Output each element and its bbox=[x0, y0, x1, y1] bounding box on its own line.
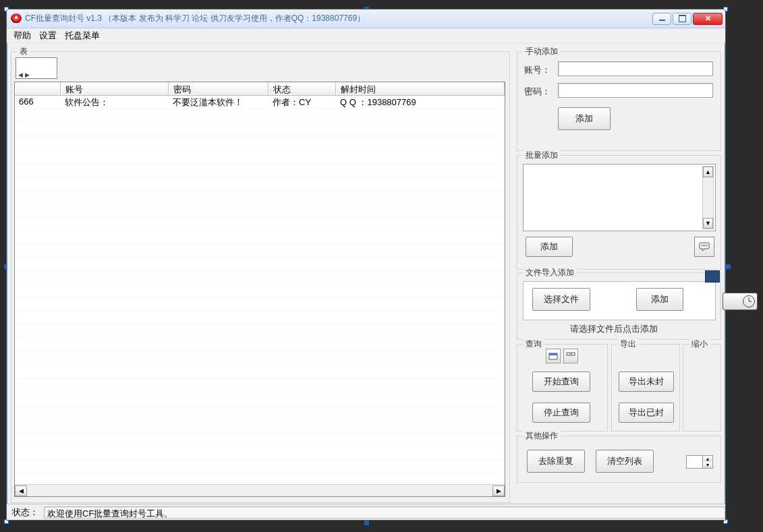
col-unban[interactable]: 解封时间 bbox=[336, 82, 505, 95]
svg-rect-4 bbox=[549, 353, 557, 355]
status-label: 状态： bbox=[7, 506, 44, 519]
clear-list-button[interactable]: 清空列表 bbox=[596, 450, 654, 473]
status-text: 欢迎使用CF批量查询封号工具。 bbox=[44, 506, 725, 519]
stop-query-button[interactable]: 停止查询 bbox=[532, 403, 590, 423]
query-group: 查询 开始查询 停止查询 bbox=[517, 344, 608, 432]
batch-add-group: 批量添加 ▲ ▼ 添加 bbox=[517, 155, 721, 270]
choose-file-button[interactable]: 选择文件 bbox=[532, 288, 590, 311]
manual-add-group: 手动添加 账号： 密码： 添加 bbox=[517, 51, 721, 151]
floating-clock-widget[interactable] bbox=[723, 293, 758, 310]
statusbar: 状态： 欢迎使用CF批量查询封号工具。 bbox=[7, 504, 725, 520]
col-password[interactable]: 密码 bbox=[169, 82, 269, 95]
table-row[interactable]: 666 软件公告： 不要泛滥本软件！ 作者：CY Q Q ：1938807769 bbox=[15, 96, 505, 109]
file-hint: 请选择文件后点击添加 bbox=[570, 323, 658, 335]
scroll-down-icon[interactable]: ▼ bbox=[703, 218, 713, 229]
listview-body[interactable]: 666 软件公告： 不要泛滥本软件！ 作者：CY Q Q ：1938807769 bbox=[15, 96, 505, 484]
window-title: CF批量查询封号 v1.3 （本版本 发布为 科学刀 论坛 供刀友学习使用，作者… bbox=[25, 13, 365, 24]
menubar: 帮助 设置 托盘菜单 bbox=[7, 28, 725, 43]
file-import-title: 文件导入添加 bbox=[523, 267, 577, 278]
shrink-group: 缩小 bbox=[683, 344, 721, 432]
scroll-right-icon[interactable]: ▶ bbox=[492, 485, 505, 496]
col-index[interactable] bbox=[15, 82, 61, 95]
clock-icon bbox=[743, 295, 755, 307]
list-group-title: 表 bbox=[17, 46, 30, 57]
menu-tray[interactable]: 托盘菜单 bbox=[61, 28, 104, 43]
batch-add-title: 批量添加 bbox=[523, 150, 561, 161]
account-label: 账号： bbox=[524, 64, 550, 76]
file-collapse-icon[interactable] bbox=[705, 270, 720, 283]
app-window: CF批量查询封号 v1.3 （本版本 发布为 科学刀 论坛 供刀友学习使用，作者… bbox=[6, 9, 726, 521]
file-import-group: 文件导入添加 选择文件 添加 请选择文件后点击添加 bbox=[517, 272, 721, 340]
svg-rect-5 bbox=[567, 353, 570, 355]
account-listview[interactable]: 账号 密码 状态 解封时间 666 软件公告： 不要泛滥本软件！ 作者：CY Q… bbox=[14, 82, 505, 497]
batch-vscroll[interactable]: ▲ ▼ bbox=[702, 166, 714, 229]
export-title: 导出 bbox=[617, 338, 639, 350]
grid-icon[interactable] bbox=[563, 349, 578, 363]
menu-help[interactable]: 帮助 bbox=[9, 28, 35, 43]
batch-textarea[interactable]: ▲ ▼ bbox=[523, 164, 716, 231]
listview-hscroll[interactable]: ◀ ▶ bbox=[15, 484, 505, 496]
password-label: 密码： bbox=[524, 86, 550, 98]
menu-settings[interactable]: 设置 bbox=[35, 28, 61, 43]
manual-add-title: 手动添加 bbox=[523, 46, 561, 57]
app-icon bbox=[11, 13, 22, 24]
listview-header[interactable]: 账号 密码 状态 解封时间 bbox=[15, 82, 505, 96]
spin-up-icon[interactable]: ▲ bbox=[702, 456, 712, 462]
manual-add-button[interactable]: 添加 bbox=[558, 107, 611, 130]
batch-chat-icon[interactable] bbox=[694, 237, 714, 257]
export-group: 导出 导出未封 导出已封 bbox=[611, 344, 680, 432]
calendar-icon[interactable] bbox=[546, 349, 561, 363]
dedup-button[interactable]: 去除重复 bbox=[527, 450, 585, 473]
account-input[interactable] bbox=[558, 61, 713, 76]
export-banned-button[interactable]: 导出已封 bbox=[619, 403, 674, 423]
numeric-spinner[interactable]: ▲▼ bbox=[686, 455, 713, 469]
export-unbanned-button[interactable]: 导出未封 bbox=[619, 372, 674, 392]
mini-preview[interactable]: ◀▶ bbox=[16, 57, 57, 79]
password-input[interactable] bbox=[558, 83, 713, 98]
titlebar[interactable]: CF批量查询封号 v1.3 （本版本 发布为 科学刀 论坛 供刀友学习使用，作者… bbox=[7, 9, 725, 28]
scroll-left-icon[interactable]: ◀ bbox=[15, 485, 27, 496]
spin-down-icon[interactable]: ▼ bbox=[702, 462, 712, 468]
close-button[interactable] bbox=[693, 13, 723, 25]
col-account[interactable]: 账号 bbox=[61, 82, 169, 95]
other-ops-group: 其他操作 去除重复 清空列表 ▲▼ bbox=[517, 436, 721, 483]
file-add-button[interactable]: 添加 bbox=[636, 288, 683, 311]
col-status[interactable]: 状态 bbox=[269, 82, 336, 95]
maximize-button[interactable] bbox=[673, 13, 691, 25]
svg-rect-6 bbox=[571, 353, 575, 355]
scroll-up-icon[interactable]: ▲ bbox=[703, 167, 713, 177]
start-query-button[interactable]: 开始查询 bbox=[532, 372, 590, 392]
other-ops-title: 其他操作 bbox=[523, 430, 561, 442]
list-group: 表 ◀▶ 账号 密码 状态 解封时间 666 bbox=[11, 51, 510, 503]
batch-add-button[interactable]: 添加 bbox=[526, 237, 573, 257]
query-title: 查询 bbox=[523, 338, 544, 350]
shrink-title: 缩小 bbox=[689, 338, 710, 350]
minimize-button[interactable] bbox=[652, 13, 671, 25]
